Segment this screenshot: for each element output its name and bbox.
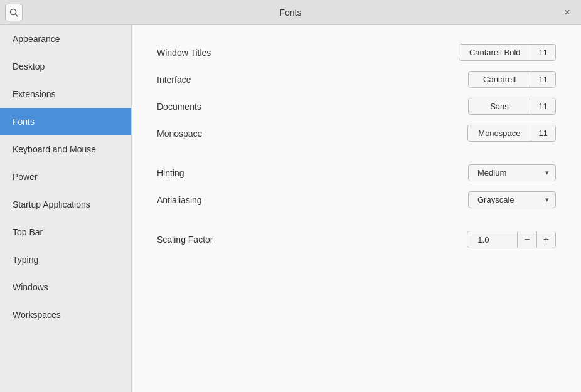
sidebar: AppearanceDesktopExtensionsFontsKeyboard… [0,25,132,392]
sidebar-item-top-bar[interactable]: Top Bar [0,218,131,246]
scaling-factor-label: Scaling Factor [157,235,213,245]
sidebar-item-startup-applications[interactable]: Startup Applications [0,191,131,218]
documents-label: Documents [157,102,201,112]
documents-font-size: 11 [531,98,555,114]
sidebar-item-desktop[interactable]: Desktop [0,53,131,80]
sidebar-item-extensions[interactable]: Extensions [0,80,131,108]
hinting-label: Hinting [157,168,184,178]
antialiasing-row: Antialiasing Grayscale ▾ [157,191,556,208]
window-titles-font-button[interactable]: Cantarell Bold 11 [459,44,556,61]
sidebar-item-typing[interactable]: Typing [0,246,131,273]
interface-font-name: Cantarell [469,72,531,87]
hinting-row: Hinting Medium ▾ [157,164,556,181]
antialiasing-dropdown-arrow: ▾ [545,196,549,204]
search-button[interactable] [5,4,23,21]
interface-font-size: 11 [531,72,555,87]
scaling-minus-button[interactable]: − [518,231,536,248]
window-titles-font-size: 11 [531,45,555,60]
window-titles-row: Window Titles Cantarell Bold 11 [157,44,556,61]
sidebar-item-workspaces[interactable]: Workspaces [0,301,131,329]
interface-font-button[interactable]: Cantarell 11 [468,71,556,88]
scaling-factor-row: Scaling Factor 1.0 − + [157,231,556,248]
antialiasing-dropdown[interactable]: Grayscale ▾ [468,191,556,208]
scaling-plus-button[interactable]: + [537,231,555,248]
antialiasing-value: Grayscale [477,195,514,204]
hinting-value: Medium [477,168,506,177]
window-titles-font-name: Cantarell Bold [459,45,531,60]
documents-font-button[interactable]: Sans 11 [468,98,556,115]
sidebar-item-power[interactable]: Power [0,163,131,191]
scaling-control: 1.0 − + [467,231,556,248]
interface-row: Interface Cantarell 11 [157,71,556,88]
monospace-label: Monospace [157,129,202,139]
sidebar-item-appearance[interactable]: Appearance [0,25,131,53]
monospace-font-size: 11 [531,125,555,141]
monospace-font-button[interactable]: Monospace 11 [467,125,556,142]
titlebar: Fonts × [0,0,581,25]
close-button[interactable]: × [560,5,575,20]
sidebar-item-fonts[interactable]: Fonts [0,108,131,135]
sidebar-item-keyboard-and-mouse[interactable]: Keyboard and Mouse [0,135,131,163]
documents-font-name: Sans [469,98,531,114]
interface-label: Interface [157,75,191,85]
monospace-row: Monospace Monospace 11 [157,125,556,142]
window-title: Fonts [279,8,301,18]
hinting-dropdown[interactable]: Medium ▾ [468,164,556,181]
monospace-font-name: Monospace [468,125,531,141]
sidebar-item-windows[interactable]: Windows [0,273,131,301]
scaling-factor-value: 1.0 [467,232,518,248]
svg-line-1 [16,14,18,16]
main-panel: Window Titles Cantarell Bold 11 Interfac… [132,25,581,392]
content-area: AppearanceDesktopExtensionsFontsKeyboard… [0,25,581,392]
window: Fonts × AppearanceDesktopExtensionsFonts… [0,0,581,392]
hinting-dropdown-arrow: ▾ [545,169,549,177]
documents-row: Documents Sans 11 [157,98,556,115]
window-titles-label: Window Titles [157,48,211,58]
antialiasing-label: Antialiasing [157,195,202,205]
